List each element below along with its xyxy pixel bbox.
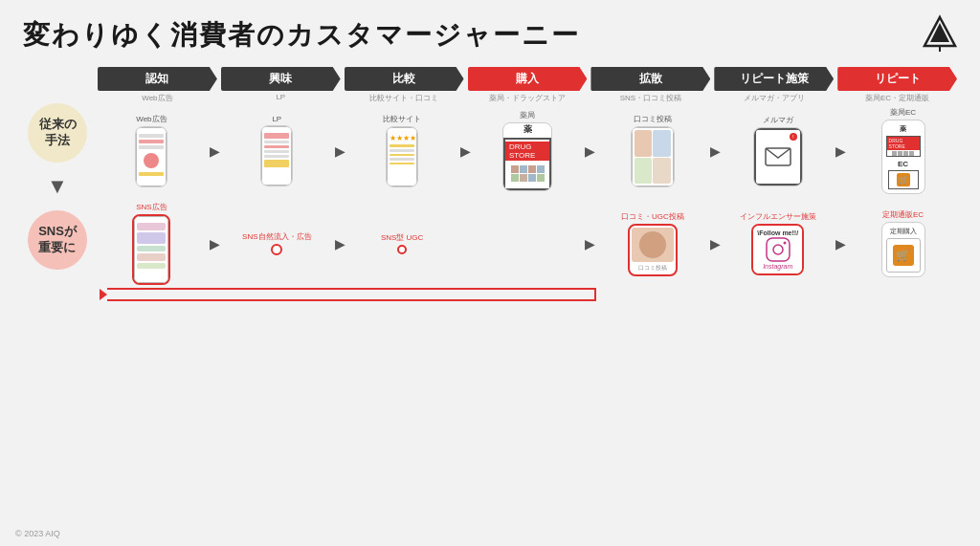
traditional-label: 従来の手法 [28,103,87,163]
stage-sublabel-compare: 比較サイト・口コミ [345,93,464,103]
card-wrapper-sns-1: SNS広告 [98,202,206,285]
card-drugstore: 薬 DRUG STORE [502,122,552,191]
stage-badge-compare: 比較 [345,67,464,91]
connecting-arrow-svg [98,287,614,304]
arrow-1-2: ▶ [210,143,219,159]
card-spread [631,126,675,187]
svg-marker-1 [930,23,949,42]
card-label-spread: 口コミ投稿 [634,114,672,124]
drugstore-building: DRUG STORE [503,138,551,190]
card-label-sns-1: SNS広告 [136,202,167,212]
card-label-sns-5: 口コミ・UGC投稿 [621,211,684,222]
stage-header-purchase: 購入 薬局・ドラッグストア [468,67,588,103]
card-label-sns-3: SNS型 UGC [381,232,423,243]
stage-badge-interest: 興味 [221,67,341,91]
drugstore-shelves [509,164,546,184]
card-wrapper-sns-6: インフルエンサー施策 \Follow me!!/ Instagram [724,211,832,275]
stage-header-awareness: 認知 Web広告 [98,67,217,103]
sns-arrow-6-7: ▶ [835,236,845,251]
card-label-lp: LP [272,115,281,123]
stage-header-spread: 拡散 SNS・口コミ投稿 [590,67,710,103]
left-labels: 従来の手法 ▼ SNSが重要に [23,67,92,270]
drugstore-sign: DRUG STORE [505,142,549,161]
arrow-6-7: ▶ [835,143,845,159]
phone-lp [261,126,292,186]
main-area: 従来の手法 ▼ SNSが重要に 認知 Web広告 興味 LP 比較 比較サイト・… [23,67,957,304]
drugstore-small: 薬 DRUG STORE [886,124,921,157]
sns-arrow-5-6: ▶ [710,236,720,251]
slide: 変わりゆく消費者のカスタマージャーニー 従来の手法 ▼ SNSが重要に 認知 W… [0,0,980,546]
card-sns-6: \Follow me!!/ Instagram [751,224,804,275]
sns-arrow-4-5: ▶ [585,236,594,251]
stage-badge-awareness: 認知 [98,67,217,91]
drugstore-icon: 薬 DRUG STORE [503,123,551,190]
ec-small: EC 🛒 [888,160,919,189]
arrow-5-6: ▶ [710,143,720,159]
arrow-4-5: ▶ [585,143,594,159]
phone-web-ad [136,127,167,186]
connecting-arrow-area [98,287,957,304]
arrow-2-3: ▶ [335,143,345,159]
phone-sns-1 [134,216,168,283]
journey-area: 認知 Web広告 興味 LP 比較 比較サイト・口コミ 購入 薬局・ドラッグスト… [98,67,957,304]
stage-sublabel-purchase: 薬局・ドラッグストア [468,93,588,103]
stars: ★★★★☆ [390,134,414,142]
card-label-compare: 比較サイト [383,114,421,124]
ec-label: EC [898,160,908,168]
card-label-drugstore: 薬局 [520,110,535,120]
card-sns-5: 口コミ投稿 [628,224,678,276]
card-wrapper-lp: LP [223,115,331,186]
card-wrapper-repeat: 薬局EC 薬 DRUG STORE [849,107,957,194]
card-compare: ★★★★☆ [386,126,418,187]
stage-sublabel-interest: LP [221,93,341,101]
card-label-sns-2: SNS自然流入・広告 [242,231,311,242]
traditional-row: Web広告 ▶ [98,107,957,194]
card-wrapper-sns-7: 定期通販EC 定期購入 🛒 [849,209,957,277]
stage-sublabel-retention: メルマガ・アプリ [714,93,834,103]
stage-badge-retention: リピート施策 [714,67,834,91]
svg-marker-7 [100,289,107,300]
stage-headers: 認知 Web広告 興味 LP 比較 比較サイト・口コミ 購入 薬局・ドラッグスト… [98,67,957,103]
card-wrapper-sns-2: SNS自然流入・広告 [223,231,331,255]
arrow-3-4: ▶ [460,143,470,159]
svg-point-5 [773,245,783,254]
card-wrapper-retention: メルマガ ! [724,115,832,186]
card-label-web-ad: Web広告 [136,114,167,124]
card-sns-3 [397,245,407,254]
card-sns-2 [271,244,282,255]
card-wrapper-web-ad: Web広告 [98,114,206,187]
stage-header-interest: 興味 LP [221,67,341,103]
stage-header-retention: リピート施策 メルマガ・アプリ [714,67,834,103]
stage-sublabel-spread: SNS・口コミ投稿 [590,93,710,103]
card-label-retention: メルマガ [763,115,793,125]
down-arrow-icon: ▼ [47,174,68,199]
card-wrapper-sns-5: 口コミ・UGC投稿 口コミ投稿 [598,211,706,276]
card-retention: ! [753,127,803,186]
sns-label: SNSが重要に [28,210,87,270]
card-lp [260,125,293,186]
card-sns-7: 定期購入 🛒 [881,222,925,277]
sns-arrow-1-2: ▶ [210,236,219,251]
card-sns-1 [132,214,170,285]
stage-header-compare: 比較 比較サイト・口コミ [345,67,464,103]
card-repeat: 薬 DRUG STORE [881,120,925,194]
page-title: 変わりゆく消費者のカスタマージャーニー [23,17,957,54]
stage-badge-spread: 拡散 [590,67,710,91]
phone-compare: ★★★★☆ [387,127,417,186]
card-label-sns-6: インフルエンサー施策 [740,211,816,222]
svg-rect-4 [767,238,790,261]
card-label-sns-7: 定期通販EC [882,209,924,220]
stage-header-repeat: リピート 薬局EC・定期通販 [837,67,957,103]
card-label-repeat: 薬局EC [890,107,916,118]
stage-badge-repeat: リピート [837,67,957,91]
copyright: © 2023 AIQ [15,529,60,538]
sns-arrow-2-3: ▶ [335,236,345,251]
card-wrapper-compare: 比較サイト ★★★★☆ [348,114,457,187]
card-wrapper-spread: 口コミ投稿 [598,114,706,187]
card-wrapper-sns-3: SNS型 UGC [348,232,457,254]
card-wrapper-drugstore: 薬局 薬 DRUG STORE [474,110,582,191]
logo [921,13,959,52]
sns-row: SNS広告 ▶ [98,202,957,285]
card-web-ad [135,126,167,187]
stage-sublabel-awareness: Web広告 [98,93,217,103]
